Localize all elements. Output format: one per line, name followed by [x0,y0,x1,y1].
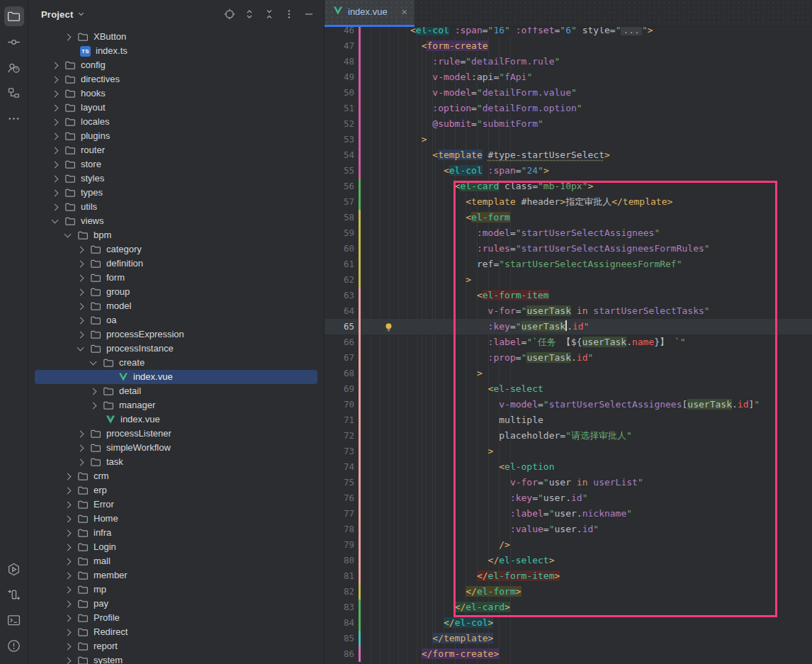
code-line-78[interactable]: 78 :value="user.id" [325,522,812,537]
chevron-right-icon[interactable] [64,515,72,522]
tree-item-mp[interactable]: mp [35,583,317,597]
code-line-73[interactable]: 73 > [325,444,812,459]
chevron-down-icon[interactable] [90,359,97,366]
chevron-right-icon[interactable] [77,430,84,437]
chevron-right-icon[interactable] [64,572,72,579]
tree-item-member[interactable]: member [35,568,317,583]
collapse-all-icon[interactable] [264,9,275,20]
chevron-right-icon[interactable] [77,274,84,281]
chevron-right-icon[interactable] [64,600,72,607]
chevron-right-icon[interactable] [77,260,84,267]
code-line-49[interactable]: 49 v-model:api="fApi" [325,69,812,85]
code-line-82[interactable]: 82 </el-form> [325,584,812,600]
tree-item-index-ts[interactable]: TSindex.ts [35,44,317,58]
chevron-right-icon[interactable] [64,643,72,650]
services-icon[interactable] [4,559,24,579]
tree-item-Login[interactable]: Login [35,540,317,554]
tree-item-router[interactable]: router [35,143,317,157]
expand-all-icon[interactable] [244,9,255,20]
code-line-60[interactable]: 60 :rules="startUserSelectAssigneesFormR… [325,241,812,257]
chevron-right-icon[interactable] [52,133,59,140]
tree-item-config[interactable]: config [35,58,317,72]
tree-item-system[interactable]: system [35,653,317,664]
tree-item-styles[interactable]: styles [35,171,317,186]
chevron-right-icon[interactable] [52,90,59,97]
code-line-81[interactable]: 81 </el-form-item> [325,568,812,584]
code-line-57[interactable]: 57 <template #header>指定审批人</template> [325,194,812,210]
tree-item-erp[interactable]: erp [35,483,317,497]
chevron-right-icon[interactable] [52,62,59,69]
tree-item-plugins[interactable]: plugins [35,129,317,143]
chevron-right-icon[interactable] [77,288,84,296]
tree-item-Profile[interactable]: Profile [35,611,317,625]
structure-icon[interactable] [4,83,24,103]
tree-item-definition[interactable]: definition [35,257,317,271]
tree-item-directives[interactable]: directives [35,72,317,86]
code-line-66[interactable]: 66 :label="`任务 【${userTask.name}】 `" [325,334,812,350]
code-line-72[interactable]: 72 placeholder="请选择审批人" [325,428,812,444]
tree-item-report[interactable]: report [35,639,317,653]
chevron-right-icon[interactable] [52,104,59,111]
tree-item-layout[interactable]: layout [35,101,317,115]
code-line-77[interactable]: 77 :label="user.nickname" [325,506,812,522]
code-line-67[interactable]: 67 :prop="userTask.id" [325,350,812,366]
code-line-50[interactable]: 50 v-model="detailForm.value" [325,85,812,101]
code-line-84[interactable]: 84 </el-col> [325,615,812,631]
chevron-right-icon[interactable] [64,586,72,593]
code-line-48[interactable]: 48 :rule="detailForm.rule" [325,54,812,69]
chevron-right-icon[interactable] [64,558,72,565]
tree-item-bpm[interactable]: bpm [35,228,317,242]
locate-file-icon[interactable] [224,9,235,20]
tab-index-vue[interactable]: index.vue × [325,0,415,27]
tree-item-Redirect[interactable]: Redirect [35,625,317,639]
chevron-right-icon[interactable] [52,161,59,168]
tree-item-processListener[interactable]: processListener [35,427,317,441]
commit-icon[interactable] [4,32,24,52]
code-line-70[interactable]: 70 v-model="startUserSelectAssignees[use… [325,397,812,412]
code-line-75[interactable]: 75 v-for="user in userList" [325,475,812,490]
tree-item-types[interactable]: types [35,186,317,200]
tree-item-model[interactable]: model [35,299,317,313]
close-icon[interactable]: × [401,6,407,17]
chevron-right-icon[interactable] [77,303,84,310]
tree-item-pay[interactable]: pay [35,597,317,611]
chevron-right-icon[interactable] [52,118,59,125]
pull-requests-icon[interactable]: ? [4,57,24,77]
code-line-47[interactable]: 47 <form-create [325,38,812,54]
tree-item-task[interactable]: task [35,455,317,469]
code-line-58[interactable]: 58 <el-form [325,210,812,225]
code-line-46[interactable]: 46<el-col :span="16" :offset="6" style="… [325,27,812,38]
tree-item-group[interactable]: group [35,285,317,299]
code-line-83[interactable]: 83 </el-card> [325,600,812,615]
tree-item-store[interactable]: store [35,157,317,171]
tree-item-locales[interactable]: locales [35,115,317,129]
chevron-right-icon[interactable] [77,458,84,466]
chevron-right-icon[interactable] [64,501,72,508]
tree-item-index-vue[interactable]: index.vue [35,412,317,427]
chevron-right-icon[interactable] [52,189,59,196]
code-line-61[interactable]: 61 ref="startUserSelectAssigneesFormRef" [325,257,812,272]
code-line-55[interactable]: 55 <el-col :span="24"> [325,163,812,179]
chevron-down-icon[interactable] [64,231,72,238]
tree-item-Home[interactable]: Home [35,512,317,526]
tree-item-crm[interactable]: crm [35,469,317,483]
code-line-86[interactable]: 86 </form-create> [325,646,812,662]
chevron-right-icon[interactable] [64,529,72,536]
options-kebab-icon[interactable] [283,9,295,20]
chevron-right-icon[interactable] [77,246,84,253]
code-line-52[interactable]: 52 @submit="submitForm" [325,116,812,132]
terminal-icon[interactable] [4,610,24,630]
chevron-right-icon[interactable] [77,317,84,324]
tree-item-create[interactable]: create [35,356,317,370]
run-migrate-icon[interactable] [4,585,24,604]
tree-item-simpleWorkflow[interactable]: simpleWorkflow [35,441,317,455]
code-line-59[interactable]: 59 :model="startUserSelectAssignees" [325,225,812,241]
tree-item-processExpression[interactable]: processExpression [35,327,317,342]
code-line-74[interactable]: 74 <el-option [325,459,812,475]
tree-item-hooks[interactable]: hooks [35,86,317,101]
problems-icon[interactable] [4,636,24,655]
tree-item-form[interactable]: form [35,271,317,285]
project-panel-title[interactable]: Project [41,9,73,20]
code-line-54[interactable]: 54 <template #type-startUserSelect> [325,147,812,163]
chevron-right-icon[interactable] [64,487,72,494]
